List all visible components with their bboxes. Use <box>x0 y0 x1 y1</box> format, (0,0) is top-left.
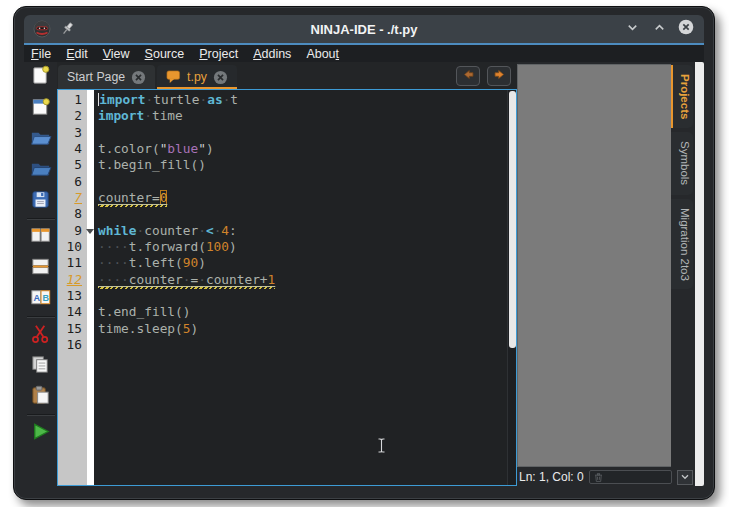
menu-edit[interactable]: Edit <box>66 47 88 61</box>
chevron-down-icon <box>679 471 691 483</box>
line-number: 2 <box>58 108 87 124</box>
toolbar-separator <box>27 316 55 318</box>
save-button[interactable] <box>29 189 53 213</box>
copy-button[interactable] <box>29 354 53 378</box>
paste-icon <box>29 384 52 411</box>
line-number-gutter: 12345678910111213141516 <box>58 90 87 485</box>
status-bar: Ln: 1, Col: 0 <box>517 467 695 486</box>
pep8-warning-underline: ····counter·=·counter+1 <box>98 272 275 289</box>
split-vertical-button[interactable] <box>29 256 53 280</box>
follow-mode-button[interactable]: AB <box>29 287 53 311</box>
tab-nav-buttons <box>456 66 517 86</box>
open-file-icon <box>29 126 52 153</box>
scrollbar-thumb[interactable] <box>509 91 516 348</box>
editor-column: Start Paget.py 12345678910111213141516 i… <box>57 62 517 486</box>
back-button[interactable] <box>456 66 480 86</box>
main-content: AB Start Paget.py 1234567891011121314151… <box>24 62 704 486</box>
menu-bar: FileEditViewSourceProjectAddinsAbout <box>24 45 704 62</box>
follow-mode-icon: AB <box>29 286 52 313</box>
projects-panel[interactable] <box>517 64 671 467</box>
window-title: NINJA-IDE - ./t.py <box>24 22 704 37</box>
pep8-warning-underline: counter=0 <box>98 190 167 207</box>
new-project-button[interactable] <box>29 96 53 120</box>
ninja-logo-icon <box>33 20 51 38</box>
title-bar[interactable]: NINJA-IDE - ./t.py <box>24 15 704 43</box>
menu-source[interactable]: Source <box>145 47 185 61</box>
split-vertical-icon <box>29 255 52 282</box>
pin-icon <box>60 21 76 37</box>
maximize-button[interactable] <box>650 20 668 38</box>
copy-icon <box>29 353 52 380</box>
minimize-button[interactable] <box>623 20 641 38</box>
save-icon <box>29 188 52 215</box>
menu-addins[interactable]: Addins <box>253 47 291 61</box>
tab-start-page[interactable]: Start Page <box>58 65 155 89</box>
close-icon[interactable] <box>213 70 228 85</box>
code-line <box>98 174 507 190</box>
code-editor[interactable]: 12345678910111213141516 import·turtle·as… <box>57 89 517 486</box>
code-line: t.begin_fill() <box>98 157 507 173</box>
line-number: 16 <box>58 337 87 353</box>
line-number: 6 <box>58 174 87 190</box>
code-line: while·counter·<·4: <box>98 223 507 239</box>
code-line <box>98 125 507 141</box>
mouse-ibeam-cursor <box>377 438 386 453</box>
code-line <box>98 288 507 304</box>
menu-about[interactable]: About <box>306 47 339 61</box>
line-number: 10 <box>58 239 87 255</box>
close-button[interactable] <box>677 20 695 38</box>
open-project-button[interactable] <box>29 158 53 182</box>
side-tab-migration-2to3[interactable]: Migration 2to3 <box>671 199 693 290</box>
line-number: 1 <box>58 92 87 108</box>
tab-label: Start Page <box>67 70 125 84</box>
chat-bubble-icon <box>166 70 181 84</box>
line-number: 8 <box>58 206 87 222</box>
code-line: time.sleep(5) <box>98 321 507 337</box>
split-horizontal-button[interactable] <box>29 225 53 249</box>
run-button[interactable] <box>29 421 53 445</box>
maximize-icon <box>652 20 667 39</box>
side-tab-projects[interactable]: Projects <box>671 65 693 128</box>
line-number: 3 <box>58 125 87 141</box>
cut-button[interactable] <box>29 323 53 347</box>
forward-button[interactable] <box>487 66 511 86</box>
tab-bar: Start Paget.py <box>57 62 517 89</box>
split-horizontal-icon <box>29 224 52 251</box>
line-number: 11 <box>58 255 87 271</box>
menu-view[interactable]: View <box>103 47 130 61</box>
code-line: import·turtle·as·t <box>98 92 507 108</box>
line-number: 15 <box>58 321 87 337</box>
fold-strip <box>87 90 94 485</box>
new-file-button[interactable] <box>29 65 53 89</box>
code-line: ····t.left(90) <box>98 255 507 271</box>
tab-label: t.py <box>187 70 207 84</box>
menu-file[interactable]: File <box>31 47 51 61</box>
line-number: 14 <box>58 304 87 320</box>
svg-text:B: B <box>43 292 50 302</box>
new-project-icon <box>29 95 52 122</box>
side-tab-symbols[interactable]: Symbols <box>671 132 693 194</box>
tab-t-py[interactable]: t.py <box>157 65 237 89</box>
minimize-icon <box>625 20 640 39</box>
close-icon[interactable] <box>131 70 146 85</box>
fold-arrow-icon[interactable] <box>86 229 94 234</box>
editor-scrollbar[interactable] <box>507 90 516 485</box>
app-window: NINJA-IDE - ./t.py FileEditViewSourcePro… <box>13 6 715 500</box>
line-number: 4 <box>58 141 87 157</box>
menu-project[interactable]: Project <box>199 47 238 61</box>
status-field[interactable] <box>589 470 672 484</box>
open-file-button[interactable] <box>29 127 53 151</box>
right-dock: ProjectsSymbolsMigration 2to3 Ln: 1, Col… <box>517 62 704 486</box>
paste-button[interactable] <box>29 385 53 409</box>
line-number: 5 <box>58 157 87 173</box>
code-line: import·time <box>98 108 507 124</box>
code-area[interactable]: import·turtle·as·timport·timet.color("bl… <box>94 90 507 485</box>
code-line: t.end_fill() <box>98 304 507 320</box>
trash-icon <box>593 472 604 483</box>
run-icon <box>29 420 52 447</box>
line-number: 12 <box>58 272 87 288</box>
dropdown-button[interactable] <box>677 470 693 485</box>
line-number: 13 <box>58 288 87 304</box>
dock-edge-strip <box>695 62 704 486</box>
code-line: ····counter·=·counter+1 <box>98 272 507 288</box>
